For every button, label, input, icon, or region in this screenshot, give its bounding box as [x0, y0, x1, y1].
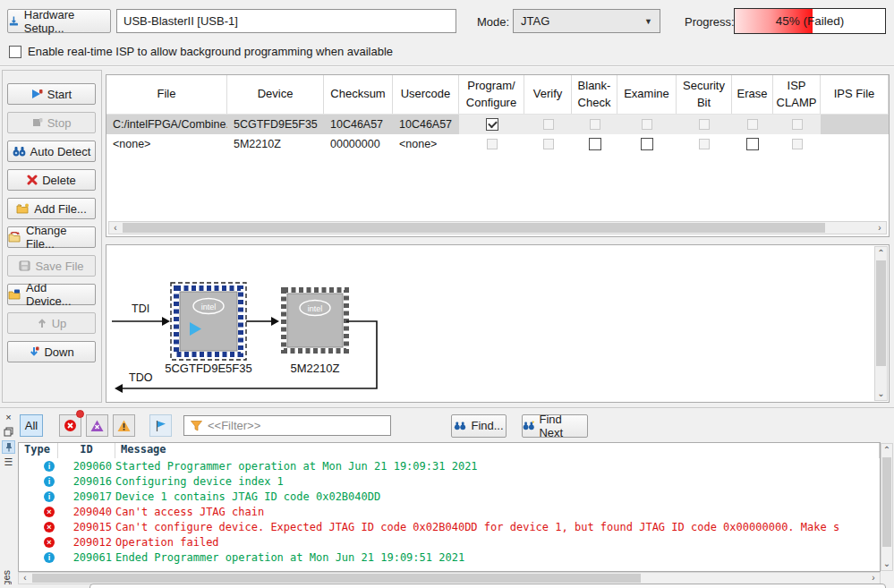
error-badge: [76, 410, 84, 418]
scroll-right-icon[interactable]: ›: [867, 572, 880, 584]
close-icon[interactable]: ×: [2, 410, 15, 423]
add-file-button[interactable]: Add File...: [7, 198, 96, 219]
find-button[interactable]: Find...: [451, 414, 507, 438]
auto-detect-button[interactable]: Auto Detect: [7, 141, 96, 162]
scroll-down-icon[interactable]: ⌄: [875, 388, 888, 400]
cell-usercode: <none>: [393, 134, 459, 154]
examine-checkbox[interactable]: [641, 138, 653, 150]
erase-checkbox[interactable]: [746, 138, 759, 150]
hardware-name-value: USB-BlasterII [USB-1]: [123, 14, 238, 28]
flag-filter-button[interactable]: [149, 414, 172, 437]
col-message[interactable]: Message: [115, 443, 880, 458]
col-program-configure[interactable]: Program/ Configure: [459, 75, 524, 114]
verify-checkbox[interactable]: [543, 139, 554, 149]
table-row[interactable]: <none> 5M2210Z 00000000 <none>: [106, 134, 889, 154]
scroll-down-icon[interactable]: ⌄: [881, 558, 893, 570]
pin-panel-icon[interactable]: [2, 440, 15, 454]
message-row[interactable]: 209015 Can't configure device. Expected …: [19, 519, 880, 534]
col-verify[interactable]: Verify: [524, 75, 572, 114]
add-device-button[interactable]: Add Device...: [7, 284, 96, 305]
hardware-setup-button[interactable]: Hardware Setup...: [7, 9, 111, 33]
examine-checkbox[interactable]: [642, 119, 652, 130]
col-examine[interactable]: Examine: [617, 75, 677, 114]
hardware-name-field[interactable]: USB-BlasterII [USB-1]: [116, 9, 456, 33]
col-file[interactable]: File: [106, 75, 227, 114]
message-row[interactable]: 209040 Can't access JTAG chain: [19, 504, 880, 519]
message-row[interactable]: 209017 Device 1 contains JTAG ID code 0x…: [19, 489, 880, 504]
scroll-up-icon[interactable]: ⌃: [881, 444, 893, 456]
messages-tab-label[interactable]: Messages: [1, 570, 12, 584]
save-file-button[interactable]: Save File: [7, 255, 96, 277]
col-checksum[interactable]: Checksum: [324, 75, 393, 114]
program-checkbox[interactable]: [487, 139, 498, 149]
message-row[interactable]: 209016 Configuring device index 1: [19, 473, 880, 489]
cell-ips-file: [821, 115, 889, 134]
stop-button[interactable]: Stop: [7, 112, 96, 133]
funnel-icon: [191, 421, 202, 431]
program-checkbox[interactable]: [486, 118, 498, 131]
realtime-isp-label: Enable real-time ISP to allow background…: [28, 45, 393, 58]
realtime-isp-checkbox[interactable]: [9, 46, 21, 58]
col-erase[interactable]: Erase: [732, 75, 773, 114]
warnings-filter-button[interactable]: [113, 414, 135, 437]
start-button[interactable]: Start: [7, 83, 96, 105]
menu-icon[interactable]: ☰: [2, 456, 15, 469]
col-security-bit[interactable]: Security Bit: [677, 75, 732, 114]
messages-panel: × ☰ Messages All <<Filter>>: [0, 407, 894, 584]
errors-filter-button[interactable]: [59, 414, 81, 437]
col-device[interactable]: Device: [227, 75, 324, 114]
erase-checkbox[interactable]: [747, 119, 758, 130]
down-button[interactable]: Down: [7, 341, 96, 362]
messages-horizontal-scrollbar[interactable]: ‹ ›: [18, 572, 881, 584]
device-2-name: 5M2210Z: [291, 362, 340, 375]
col-type[interactable]: Type: [19, 443, 58, 458]
message-row[interactable]: 209012 Operation failed: [19, 534, 880, 550]
isp-clamp-checkbox[interactable]: [792, 119, 803, 130]
table-horizontal-scrollbar[interactable]: ‹ ›: [108, 221, 887, 234]
info-icon: [44, 476, 55, 487]
scrollbar-thumb[interactable]: [876, 260, 886, 366]
info-icon: [44, 491, 55, 502]
up-arrow-icon: [37, 318, 47, 328]
float-panel-icon[interactable]: [2, 425, 15, 439]
col-usercode[interactable]: Usercode: [393, 75, 459, 114]
jtag-chain-pane: TDI intel 5CGTFD9E5F35 intel 5M2210Z TDO: [106, 244, 890, 403]
message-row[interactable]: 209061 Ended Programmer operation at Mon…: [19, 550, 880, 565]
col-blank-check[interactable]: Blank- Check: [572, 75, 617, 114]
cell-file: <none>: [106, 134, 227, 154]
delete-button[interactable]: Delete: [7, 169, 96, 191]
blank-check-checkbox[interactable]: [589, 138, 601, 150]
verify-checkbox[interactable]: [543, 119, 554, 130]
all-filter-button[interactable]: All: [20, 414, 43, 437]
scrollbar-thumb[interactable]: [32, 574, 641, 583]
messages-vertical-scrollbar[interactable]: ⌃ ⌄: [881, 443, 893, 571]
message-filter-input[interactable]: <<Filter>>: [183, 415, 391, 436]
security-bit-checkbox[interactable]: [699, 139, 710, 149]
cell-device: 5CGTFD9E5F35: [227, 115, 324, 134]
blank-check-checkbox[interactable]: [590, 119, 600, 130]
isp-clamp-checkbox[interactable]: [792, 139, 803, 149]
scrollbar-thumb[interactable]: [123, 223, 825, 233]
col-isp-clamp[interactable]: ISP CLAMP: [773, 75, 821, 114]
col-ips-file[interactable]: IPS File: [821, 75, 889, 114]
scroll-left-icon[interactable]: ‹: [109, 222, 122, 234]
security-bit-checkbox[interactable]: [699, 119, 710, 130]
message-list: Type ID Message 209060 Started Programme…: [18, 442, 881, 572]
chevron-down-icon: ▼: [644, 17, 652, 26]
up-button[interactable]: Up: [7, 312, 96, 334]
find-next-button[interactable]: Find Next: [522, 414, 588, 438]
scroll-up-icon[interactable]: ⌃: [875, 247, 888, 260]
critical-warnings-filter-button[interactable]: [86, 414, 108, 437]
error-icon: [44, 537, 55, 548]
toolbar-separator: [0, 65, 894, 67]
col-id[interactable]: ID: [58, 443, 115, 458]
chain-vertical-scrollbar[interactable]: ⌃ ⌄: [874, 246, 888, 401]
scroll-left-icon[interactable]: ‹: [19, 572, 31, 584]
change-file-button[interactable]: Change File...: [7, 226, 96, 248]
device-table-header: File Device Checksum Usercode Program/ C…: [106, 75, 889, 115]
message-row[interactable]: 209060 Started Programmer operation at M…: [19, 458, 880, 473]
scrollbar-thumb[interactable]: [882, 457, 891, 547]
scroll-right-icon[interactable]: ›: [873, 222, 886, 234]
table-row[interactable]: C:/intelFPGA/Combine... 5CGTFD9E5F35 10C…: [106, 115, 889, 134]
mode-select[interactable]: JTAG ▼: [513, 9, 660, 33]
